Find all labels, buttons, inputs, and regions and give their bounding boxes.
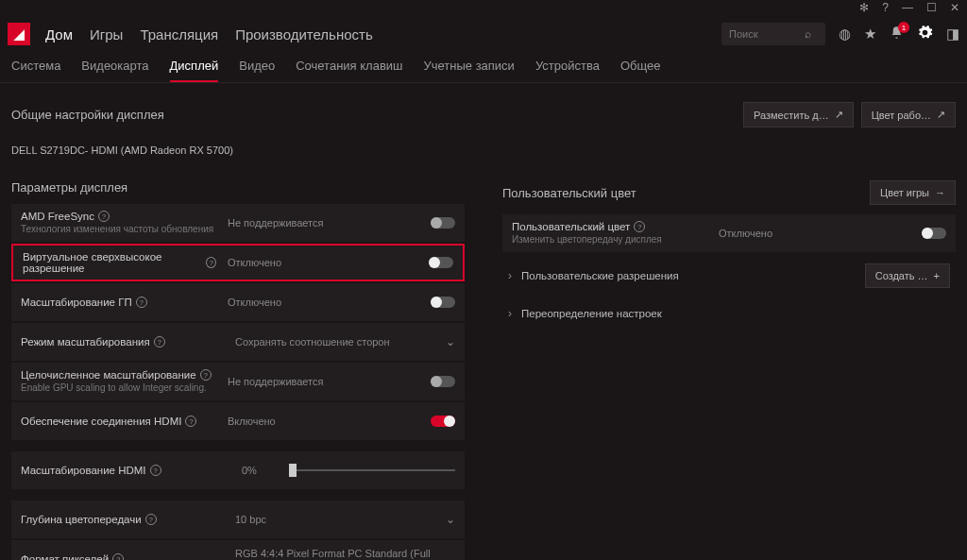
help-icon[interactable]: ? (200, 369, 212, 381)
setting-value: Не поддерживается (224, 376, 423, 387)
bug-icon[interactable]: ✻ (859, 1, 869, 14)
arrow-right-icon: → (935, 187, 945, 198)
setting-row: Масштабирование HDMI?0% (11, 451, 465, 489)
external-icon: ↗ (937, 109, 945, 121)
custom-color-row: Пользовательский цвет? Изменить цветопер… (502, 214, 956, 252)
settings-icon[interactable] (917, 25, 933, 43)
nav-games[interactable]: Игры (90, 26, 123, 42)
setting-name: Режим масштабирования (21, 336, 150, 348)
setting-name: Целочисленное масштабирование (21, 369, 196, 381)
help-icon[interactable]: ? (112, 553, 124, 560)
custom-color-panel: Пользовательский цвет Цвет игры→ Пользов… (502, 180, 956, 560)
setting-name: AMD FreeSync (21, 211, 94, 222)
setting-row: Формат пикселей?RGB 4:4:4 Pixel Format P… (11, 540, 465, 560)
setting-row: AMD FreeSync?Технология изменения частот… (11, 204, 465, 242)
setting-toggle[interactable] (431, 297, 455, 308)
custom-color-title: Пользовательский цвет (502, 186, 636, 200)
maximize-icon[interactable]: ☐ (926, 1, 937, 14)
close-icon[interactable]: ✕ (950, 1, 959, 14)
titlebar: ✻ ? — ☐ ✕ (0, 0, 967, 15)
display-device-label: DELL S2719DC- HDMI (AMD Radeon RX 5700) (11, 144, 956, 156)
tab-hotkeys[interactable]: Сочетания клавиш (296, 59, 402, 82)
setting-value: Отключено (224, 257, 421, 268)
setting-toggle (431, 376, 455, 387)
custom-resolutions-row[interactable]: › Пользовательские разрешения Создать …+ (502, 254, 956, 297)
main-nav: Дом Игры Трансляция Производительность (45, 26, 373, 42)
display-settings-panel: Параметры дисплея AMD FreeSync?Технологи… (11, 180, 465, 560)
help-icon[interactable]: ? (154, 336, 165, 348)
setting-desc: Изменить цветопередачу дисплея (512, 234, 707, 246)
help-icon[interactable]: ? (634, 221, 645, 232)
tab-video[interactable]: Видео (239, 59, 275, 82)
chevron-down-icon[interactable]: ⌄ (446, 335, 455, 348)
setting-name: Формат пикселей (21, 553, 109, 560)
setting-toggle[interactable] (431, 416, 455, 427)
setting-value: Включено (224, 416, 423, 427)
help-icon[interactable]: ? (185, 416, 196, 427)
setting-row: Целочисленное масштабирование?Enable GPU… (11, 363, 465, 400)
override-settings-row[interactable]: › Переопределение настроек (502, 297, 956, 330)
setting-desc: Технология изменения частоты обновления (21, 224, 216, 235)
setting-name: Масштабирование HDMI (21, 465, 146, 476)
setting-value: 10 bpc (231, 514, 438, 525)
search-icon[interactable]: ⌕ (805, 27, 811, 41)
help-icon[interactable]: ? (136, 297, 147, 308)
slider-value: 0% (242, 465, 280, 476)
setting-value: Отключено (224, 297, 423, 308)
external-icon: ↗ (835, 109, 843, 121)
game-color-button[interactable]: Цвет игры→ (870, 180, 956, 205)
tab-system[interactable]: Система (11, 59, 60, 82)
chevron-down-icon[interactable]: ⌄ (446, 513, 455, 526)
favorite-icon[interactable]: ★ (864, 25, 876, 42)
setting-value: Отключено (715, 228, 914, 239)
setting-name: Обеспечение соединения HDMI (21, 416, 181, 427)
setting-toggle (431, 217, 455, 229)
setting-value: Не поддерживается (224, 217, 423, 229)
desktop-color-button[interactable]: Цвет рабо…↗ (861, 102, 956, 127)
help-icon[interactable]: ? (206, 257, 216, 268)
chevron-right-icon: › (508, 269, 512, 282)
custom-color-toggle[interactable] (922, 228, 946, 239)
setting-row: Виртуальное сверхвысокое разрешение?Откл… (11, 244, 465, 281)
tab-devices[interactable]: Устройства (535, 59, 600, 82)
panel-icon[interactable]: ◨ (946, 25, 959, 42)
help-icon[interactable]: ? (145, 514, 157, 525)
arrange-displays-button[interactable]: Разместить д…↗ (743, 102, 854, 127)
setting-value: Сохранять соотношение сторон (231, 336, 438, 348)
web-icon[interactable]: ◍ (839, 25, 851, 42)
search-input[interactable]: ⌕ (721, 23, 825, 45)
setting-name: Пользовательский цвет (512, 221, 630, 232)
help-icon[interactable]: ? (98, 211, 110, 222)
notifications-icon[interactable]: 1 (890, 25, 904, 42)
setting-desc: Enable GPU scaling to allow Integer scal… (21, 382, 216, 394)
help-icon[interactable]: ? (882, 1, 889, 14)
display-settings-title: Параметры дисплея (11, 180, 127, 195)
chevron-right-icon: › (508, 307, 512, 320)
hdmi-scaling-slider[interactable] (289, 469, 455, 471)
tab-gpu[interactable]: Видеокарта (81, 59, 148, 82)
setting-value: RGB 4:4:4 Pixel Format PC Standard (Full… (231, 548, 438, 560)
setting-row: Режим масштабирования?Сохранять соотноше… (11, 323, 465, 361)
header: ◢ Дом Игры Трансляция Производительность… (0, 15, 967, 53)
tab-accounts[interactable]: Учетные записи (423, 59, 514, 82)
chevron-down-icon[interactable]: ⌄ (446, 552, 455, 560)
create-resolution-button[interactable]: Создать …+ (865, 263, 950, 288)
setting-name: Глубина цветопередачи (21, 514, 142, 525)
setting-row: Масштабирование ГП?Отключено (11, 283, 465, 321)
setting-row: Обеспечение соединения HDMI?Включено (11, 402, 465, 440)
section-title: Общие настройки дисплея (11, 108, 164, 122)
nav-home[interactable]: Дом (45, 26, 73, 42)
setting-toggle[interactable] (429, 257, 453, 268)
plus-icon: + (934, 270, 940, 281)
help-icon[interactable]: ? (150, 465, 161, 476)
nav-streaming[interactable]: Трансляция (140, 26, 218, 42)
search-field[interactable] (729, 28, 805, 40)
setting-row: Глубина цветопередачи?10 bpc⌄ (11, 501, 465, 538)
amd-logo-icon: ◢ (8, 23, 30, 45)
tab-display[interactable]: Дисплей (170, 59, 219, 82)
minimize-icon[interactable]: — (902, 1, 913, 14)
tab-general[interactable]: Общее (620, 59, 661, 82)
nav-performance[interactable]: Производительность (235, 26, 373, 42)
notification-badge: 1 (898, 22, 909, 33)
setting-name: Виртуальное сверхвысокое разрешение (23, 251, 202, 274)
